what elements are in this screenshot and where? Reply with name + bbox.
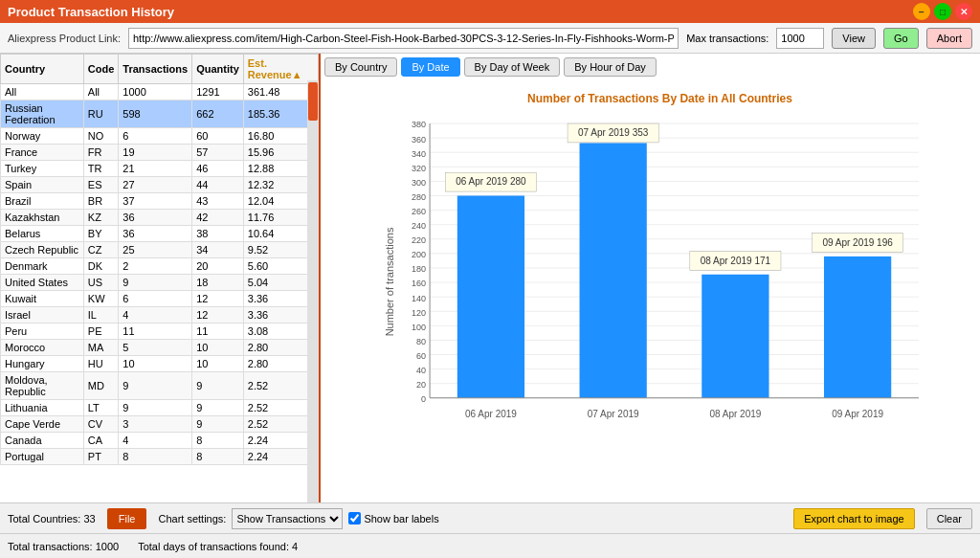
cell-code: CZ [83,242,119,258]
cell-code: CA [83,433,119,449]
table-row[interactable]: Canada CA 4 8 2.24 [1,433,319,449]
tab-by-date[interactable]: By Date [401,57,459,77]
svg-text:380: 380 [412,119,426,130]
svg-text:40: 40 [416,365,426,376]
cell-quantity: 9 [192,416,244,433]
table-row[interactable]: France FR 19 57 15.96 [1,145,319,161]
cell-transactions: 598 [119,100,192,128]
table-row[interactable]: Belarus BY 36 38 10.64 [1,226,319,242]
cell-code: PT [83,449,119,465]
cell-code: BR [83,193,119,210]
svg-rect-41 [457,195,524,397]
cell-code: DK [83,258,119,275]
svg-rect-53 [824,257,891,398]
cell-country: Czech Republic [1,242,84,258]
cell-quantity: 9 [192,372,244,400]
table-row[interactable]: Israel IL 4 12 3.36 [1,307,319,324]
table-row[interactable]: Russian Federation RU 598 662 185.36 [1,100,319,128]
bottom-bar: Total Countries: 33 File Chart settings:… [0,502,980,533]
table-wrapper: Country Code Transactions Quantity Est. … [0,54,319,502]
cell-transactions: 6 [119,128,192,145]
scrollbar-thumb [308,82,318,121]
cell-quantity: 20 [192,258,244,275]
col-transactions[interactable]: Transactions [119,55,192,84]
export-button[interactable]: Export chart to image [793,508,915,529]
cell-country: Cape Verde [1,416,84,433]
table-row[interactable]: Kuwait KW 6 12 3.36 [1,291,319,307]
file-button[interactable]: File [107,508,147,529]
url-bar: Aliexpress Product Link: Max transaction… [0,23,980,54]
cell-quantity: 8 [192,449,244,465]
cell-transactions: 5 [119,340,192,356]
table-row[interactable]: All All 1000 1291 361.48 [1,84,319,100]
vertical-scrollbar[interactable] [307,80,319,502]
cell-code: PE [83,324,119,340]
cell-transactions: 36 [119,210,192,226]
show-bar-labels-label[interactable]: Show bar labels [348,512,438,525]
col-country[interactable]: Country [1,55,84,84]
cell-quantity: 8 [192,433,244,449]
col-revenue[interactable]: Est. Revenue▲ [243,55,318,84]
cell-code: MA [83,340,119,356]
cell-country: Hungary [1,356,84,372]
svg-text:60: 60 [416,350,426,362]
svg-text:140: 140 [412,292,426,303]
svg-text:240: 240 [412,220,426,232]
go-button[interactable]: Go [883,28,919,49]
table-row[interactable]: Brazil BR 37 43 12.04 [1,193,319,210]
table-row[interactable]: Hungary HU 10 10 2.80 [1,356,319,372]
svg-text:09 Apr 2019 196: 09 Apr 2019 196 [822,235,893,248]
chart-type-select[interactable]: Show Transactions [232,508,343,529]
svg-text:Number of transactions: Number of transactions [385,228,395,337]
table-row[interactable]: Cape Verde CV 3 9 2.52 [1,416,319,433]
minimize-button[interactable]: − [913,3,930,20]
cell-country: France [1,145,84,161]
cell-code: LT [83,400,119,416]
table-row[interactable]: Kazakhstan KZ 36 42 11.76 [1,210,319,226]
abort-button[interactable]: Abort [926,28,972,49]
maximize-button[interactable]: □ [934,3,951,20]
table-row[interactable]: Czech Republic CZ 25 34 9.52 [1,242,319,258]
cell-country: Portugal [1,449,84,465]
table-row[interactable]: Peru PE 11 11 3.08 [1,324,319,340]
table-row[interactable]: Morocco MA 5 10 2.80 [1,340,319,356]
tab-by-country[interactable]: By Country [324,57,397,77]
svg-rect-49 [702,275,768,398]
tab-by-hour-of-day[interactable]: By Hour of Day [564,57,657,77]
col-quantity[interactable]: Quantity [192,55,244,84]
clear-button[interactable]: Clear [926,508,972,529]
table-row[interactable]: Turkey TR 21 46 12.88 [1,161,319,177]
cell-transactions: 3 [119,416,192,433]
cell-transactions: 37 [119,193,192,210]
cell-transactions: 25 [119,242,192,258]
svg-text:20: 20 [416,379,426,391]
table-row[interactable]: Denmark DK 2 20 5.60 [1,258,319,275]
table-row[interactable]: Portugal PT 8 8 2.24 [1,449,319,465]
cell-quantity: 46 [192,161,244,177]
svg-text:08 Apr 2019: 08 Apr 2019 [709,407,761,419]
total-countries-stat: Total Countries: 33 [8,513,96,525]
cell-country: Russian Federation [1,100,84,128]
tab-by-day-of-week[interactable]: By Day of Week [464,57,561,77]
cell-country: Peru [1,324,84,340]
chart-svg: 0204060801001201401601802002202402602803… [382,113,938,472]
col-code[interactable]: Code [83,55,119,84]
svg-text:160: 160 [412,278,426,289]
show-bar-labels-checkbox[interactable] [348,512,361,525]
cell-code: KW [83,291,119,307]
cell-transactions: 27 [119,177,192,193]
data-table: Country Code Transactions Quantity Est. … [0,54,319,465]
view-button[interactable]: View [832,28,876,49]
table-row[interactable]: United States US 9 18 5.04 [1,275,319,291]
table-row[interactable]: Spain ES 27 44 12.32 [1,177,319,193]
cell-country: Kazakhstan [1,210,84,226]
left-panel: Country Code Transactions Quantity Est. … [0,54,321,502]
chart-area: Number of Transactions By Date in All Co… [324,82,976,499]
max-transactions-input[interactable] [776,28,824,49]
close-button[interactable]: ✕ [955,3,972,20]
table-row[interactable]: Norway NO 6 60 16.80 [1,128,319,145]
url-input[interactable] [128,28,679,49]
cell-code: HU [83,356,119,372]
table-row[interactable]: Moldova, Republic MD 9 9 2.52 [1,372,319,400]
table-row[interactable]: Lithuania LT 9 9 2.52 [1,400,319,416]
